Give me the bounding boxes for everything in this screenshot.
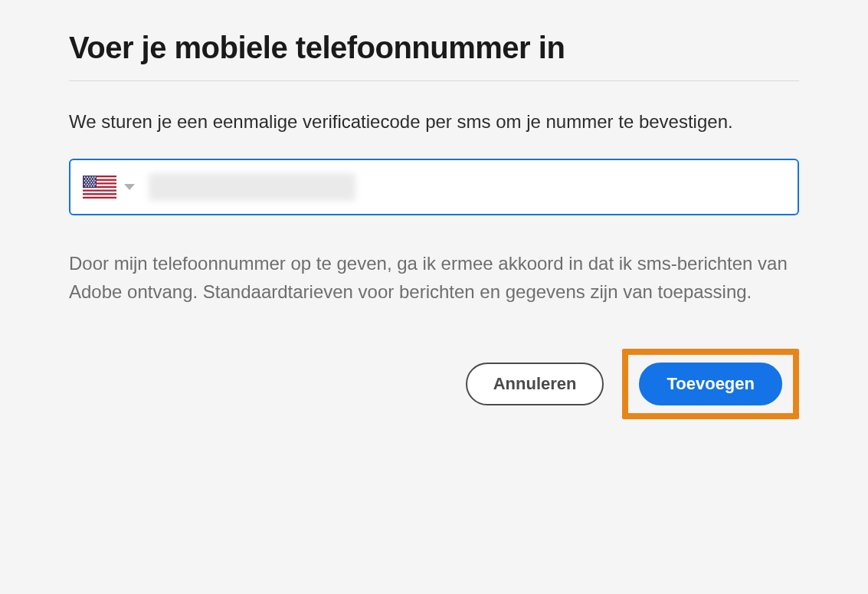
svg-rect-4 bbox=[83, 188, 116, 189]
svg-point-19 bbox=[90, 180, 91, 182]
divider bbox=[69, 80, 799, 81]
us-flag-icon bbox=[83, 176, 116, 199]
phone-entry-dialog: Voer je mobiele telefoonnummer in We stu… bbox=[69, 31, 799, 419]
svg-point-34 bbox=[93, 185, 95, 187]
phone-input-field[interactable] bbox=[69, 159, 799, 215]
add-button[interactable]: Toevoegen bbox=[639, 363, 782, 405]
svg-point-13 bbox=[85, 178, 87, 179]
svg-point-14 bbox=[88, 178, 90, 179]
svg-point-32 bbox=[88, 185, 90, 187]
svg-point-23 bbox=[88, 182, 90, 183]
svg-point-24 bbox=[90, 182, 92, 183]
svg-point-12 bbox=[94, 176, 96, 178]
svg-point-17 bbox=[84, 180, 86, 182]
svg-point-22 bbox=[85, 182, 87, 183]
svg-rect-5 bbox=[83, 192, 116, 193]
svg-point-9 bbox=[87, 176, 88, 178]
svg-point-30 bbox=[94, 183, 96, 185]
svg-rect-6 bbox=[83, 195, 116, 196]
phone-number-value-redacted[interactable] bbox=[149, 173, 355, 201]
svg-point-21 bbox=[94, 180, 96, 182]
disclaimer-text: Door mijn telefoonnummer op te geven, ga… bbox=[69, 249, 799, 306]
svg-point-15 bbox=[90, 178, 92, 179]
svg-point-28 bbox=[90, 183, 91, 185]
dialog-title: Voer je mobiele telefoonnummer in bbox=[69, 31, 799, 65]
button-row: Annuleren Toevoegen bbox=[69, 349, 799, 419]
dialog-description: We sturen je een eenmalige verificatieco… bbox=[69, 109, 799, 136]
svg-point-33 bbox=[90, 185, 92, 187]
svg-point-11 bbox=[92, 176, 93, 178]
country-selector[interactable] bbox=[83, 176, 135, 199]
svg-point-8 bbox=[84, 176, 86, 178]
svg-point-29 bbox=[92, 183, 93, 185]
cancel-button[interactable]: Annuleren bbox=[466, 363, 604, 405]
svg-point-20 bbox=[92, 180, 93, 182]
svg-point-25 bbox=[93, 182, 95, 183]
svg-point-10 bbox=[90, 176, 91, 178]
svg-point-27 bbox=[87, 183, 88, 185]
svg-point-26 bbox=[84, 183, 86, 185]
instruction-highlight: Toevoegen bbox=[622, 349, 799, 419]
svg-point-18 bbox=[87, 180, 88, 182]
caret-down-icon bbox=[124, 184, 135, 190]
svg-point-31 bbox=[85, 185, 87, 187]
svg-point-16 bbox=[93, 178, 95, 179]
